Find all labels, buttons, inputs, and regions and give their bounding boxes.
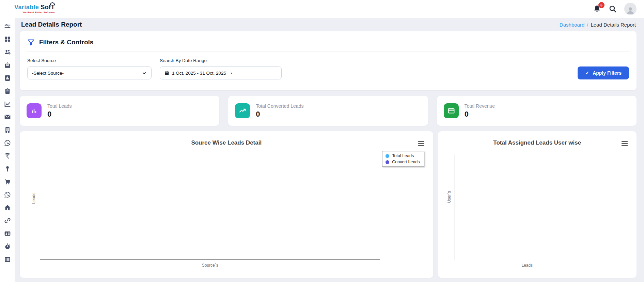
envelope-icon xyxy=(4,114,11,120)
whatsapp-icon xyxy=(4,191,11,198)
chart-menu-button[interactable] xyxy=(621,140,628,147)
stat-value: 0 xyxy=(465,110,495,119)
sidebar-item-whatsapp-2[interactable] xyxy=(4,191,11,198)
date-range-value: 1 Oct, 2025 - 31 Oct, 2025 xyxy=(172,71,226,76)
stat-label: Total Leads xyxy=(47,103,72,109)
sidebar-item-company[interactable] xyxy=(4,127,11,133)
x-axis-label: Leads xyxy=(455,263,600,268)
source-wise-leads-chart: Source Wise Leads Detail Total Leads Con… xyxy=(20,131,433,278)
charts-row: Source Wise Leads Detail Total Leads Con… xyxy=(20,131,637,278)
grid-icon xyxy=(4,36,11,43)
stat-card-total-revenue: Total Revenue 0 xyxy=(437,96,637,126)
user-silhouette-icon xyxy=(626,5,635,15)
notifications-button[interactable]: 6 xyxy=(593,5,601,13)
rupee-icon xyxy=(4,152,11,159)
chart-title: Source Wise Leads Detail xyxy=(20,131,433,146)
sidebar-item-settings[interactable] xyxy=(4,23,11,30)
calendar-icon xyxy=(164,71,169,75)
sidebar-item-links[interactable] xyxy=(4,217,11,224)
sidebar-item-reports[interactable] xyxy=(4,75,11,81)
map-pin-icon xyxy=(4,165,11,172)
y-axis-label: Leads xyxy=(31,193,36,204)
brand-name-primary: Variable xyxy=(14,4,39,10)
stat-label: Total Revenue xyxy=(465,103,495,109)
breadcrumb-dashboard-link[interactable]: Dashboard xyxy=(560,22,584,28)
filter-funnel-icon xyxy=(27,39,35,46)
sidebar-item-payments[interactable] xyxy=(4,152,11,159)
credit-card-icon xyxy=(444,103,459,118)
date-range-picker[interactable]: 1 Oct, 2025 - 31 Oct, 2025 xyxy=(160,66,282,79)
breadcrumb: Dashboard / Lead Details Report xyxy=(560,22,636,28)
stats-row: Total Leads 0 Total Converted Leads 0 xyxy=(20,96,637,126)
topbar: Variable SofT We Build Better Software 6 xyxy=(0,0,644,18)
stat-label: Total Converted Leads xyxy=(256,103,303,109)
apply-filters-label: Apply Filters xyxy=(593,70,622,76)
brand-umbrella-t: T xyxy=(51,4,54,11)
stopwatch-icon xyxy=(4,243,11,250)
chart-legend: Total Leads Convert Leads xyxy=(382,151,424,167)
legend-item-convert-leads[interactable]: Convert Leads xyxy=(386,160,420,164)
legend-label: Total Leads xyxy=(392,153,414,158)
cart-icon xyxy=(4,178,11,185)
sidebar-item-orders[interactable] xyxy=(4,178,11,185)
sidebar-item-users[interactable] xyxy=(4,49,11,56)
main-content: Lead Details Report Dashboard / Lead Det… xyxy=(15,18,644,278)
source-select[interactable]: -Select Source- xyxy=(27,66,152,79)
sidebar-item-home[interactable] xyxy=(4,204,11,211)
trend-up-icon xyxy=(235,103,250,118)
select-source-label: Select Source xyxy=(27,58,152,63)
brand-logo[interactable]: Variable SofT We Build Better Software xyxy=(14,4,55,14)
legend-label: Convert Leads xyxy=(392,160,420,164)
sidebar-item-contacts[interactable] xyxy=(4,230,11,237)
sidebar-item-dashboard[interactable] xyxy=(4,36,11,43)
stat-card-total-leads: Total Leads 0 xyxy=(20,96,219,126)
caret-down-icon xyxy=(230,71,233,75)
sidebar-item-whatsapp[interactable] xyxy=(4,139,11,146)
search-button[interactable] xyxy=(609,5,617,13)
sliders-icon xyxy=(4,23,11,30)
legend-item-total-leads[interactable]: Total Leads xyxy=(386,153,420,158)
filters-title: Filters & Controls xyxy=(39,39,93,46)
sidebar-item-inbox[interactable] xyxy=(4,62,11,69)
home-icon xyxy=(4,204,11,211)
stat-card-total-converted-leads: Total Converted Leads 0 xyxy=(228,96,428,126)
check-icon: ✓ xyxy=(585,70,589,76)
bar-chart-icon xyxy=(27,103,42,118)
date-range-label: Search By Date Range xyxy=(160,58,282,63)
list-icon xyxy=(4,256,11,263)
breadcrumb-separator: / xyxy=(587,22,588,28)
x-axis-label: Source`s xyxy=(40,263,380,268)
sidebar-item-mail[interactable] xyxy=(4,114,11,120)
envelope-open-icon xyxy=(4,62,11,69)
sidebar-item-timer[interactable] xyxy=(4,243,11,250)
notification-badge: 6 xyxy=(598,2,604,8)
source-select-value: -Select Source- xyxy=(32,71,64,76)
avatar[interactable] xyxy=(624,3,637,15)
id-card-icon xyxy=(4,230,11,237)
legend-dot xyxy=(386,154,389,158)
search-icon xyxy=(609,5,617,13)
sidebar-item-location[interactable] xyxy=(4,165,11,172)
y-axis-label: User`s xyxy=(447,191,452,203)
chart-plot-area xyxy=(40,155,380,260)
brand-tagline: We Build Better Software xyxy=(23,11,55,14)
stat-value: 0 xyxy=(47,110,72,119)
apply-filters-button[interactable]: ✓ Apply Filters xyxy=(578,66,629,79)
sidebar xyxy=(0,18,15,282)
sidebar-item-lists[interactable] xyxy=(4,256,11,263)
page-title: Lead Details Report xyxy=(21,21,82,28)
clipboard-icon xyxy=(4,88,11,94)
whatsapp-icon xyxy=(4,139,11,146)
bar-chart-square-icon xyxy=(4,75,11,81)
sidebar-item-tasks[interactable] xyxy=(4,88,11,94)
users-gear-icon xyxy=(4,49,11,56)
breadcrumb-current: Lead Details Report xyxy=(591,22,636,28)
building-icon xyxy=(4,127,11,133)
sidebar-item-analytics[interactable] xyxy=(4,101,11,107)
stat-value: 0 xyxy=(256,110,303,119)
chevron-down-icon xyxy=(142,71,147,76)
chart-title: Total Assigned Leads User wise xyxy=(438,131,637,146)
line-chart-icon xyxy=(4,101,11,107)
chart-menu-button[interactable] xyxy=(418,140,425,147)
link-icon xyxy=(4,217,11,224)
